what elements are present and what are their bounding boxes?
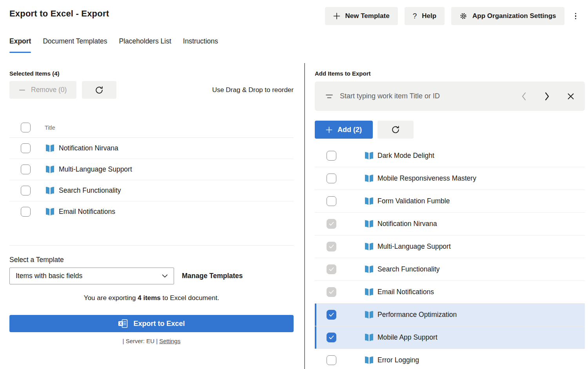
title-column-header: Title — [45, 125, 55, 131]
search-input[interactable] — [339, 92, 514, 101]
work-item-title: Performance Optimization — [377, 311, 457, 319]
list-item[interactable]: Performance Optimization — [315, 304, 585, 326]
plus-icon — [326, 127, 332, 133]
selected-items-panel: Selected Items (4) Remove (0) Use Drag &… — [9, 70, 294, 344]
export-to-excel-label: Export to Excel — [133, 320, 185, 328]
item-checkbox[interactable] — [327, 310, 336, 320]
add-items-panel: Add Items to Export Add (2) — [315, 70, 585, 369]
item-checkbox[interactable] — [327, 264, 336, 274]
more-options-button[interactable] — [573, 10, 579, 23]
check-icon — [329, 244, 334, 249]
item-checkbox[interactable] — [327, 196, 336, 206]
item-checkbox[interactable] — [327, 242, 336, 251]
new-template-button[interactable]: New Template — [325, 7, 398, 25]
list-item[interactable]: Mobile App Support — [315, 326, 585, 349]
tab[interactable]: Instructions — [183, 37, 218, 53]
list-item[interactable]: Search Functionality — [315, 258, 585, 281]
book-icon — [45, 186, 55, 195]
list-item[interactable]: Form Validation Fumble — [315, 190, 585, 213]
available-items-list: Dark Mode Delight Mobile Responsiveness … — [315, 145, 585, 369]
book-icon — [364, 356, 374, 364]
export-summary-count: 4 items — [138, 294, 161, 302]
row-checkbox[interactable] — [21, 207, 31, 217]
select-all-checkbox[interactable] — [21, 123, 31, 132]
server-line: | Server: EU | Settings — [9, 338, 294, 344]
selected-items-toolbar: Remove (0) Use Drag & Drop to reorder — [9, 81, 294, 99]
manage-templates-link[interactable]: Manage Templates — [182, 272, 243, 280]
list-item[interactable]: Mobile Responsiveness Mastery — [315, 167, 585, 190]
add-items-toolbar: Add (2) — [315, 121, 585, 139]
refresh-selected-button[interactable] — [82, 81, 116, 99]
refresh-list-button[interactable] — [377, 121, 414, 139]
tab[interactable]: Export — [9, 37, 31, 53]
list-item[interactable]: Error Logging — [315, 349, 585, 369]
add-button[interactable]: Add (2) — [315, 121, 373, 139]
chevron-left-icon — [521, 92, 527, 101]
export-summary: You are exporting 4 items to Excel docum… — [9, 294, 294, 302]
work-item-title: Search Functionality — [59, 186, 121, 195]
panel-divider — [304, 63, 305, 369]
item-checkbox[interactable] — [327, 219, 336, 229]
book-icon — [364, 265, 374, 273]
list-item[interactable]: Dark Mode Delight — [315, 145, 585, 167]
row-checkbox[interactable] — [21, 186, 31, 195]
row-checkbox[interactable] — [21, 165, 31, 174]
plus-icon — [333, 13, 340, 20]
tab-bar: Export Document Templates Placeholders L… — [9, 37, 218, 53]
book-icon — [364, 242, 374, 251]
row-checkbox[interactable] — [21, 143, 31, 153]
refresh-icon — [95, 86, 103, 94]
work-item-title: Mobile Responsiveness Mastery — [377, 174, 476, 183]
book-icon — [45, 165, 55, 174]
book-icon — [364, 288, 374, 296]
check-icon — [329, 313, 334, 317]
item-checkbox[interactable] — [327, 355, 336, 365]
next-result-button[interactable] — [544, 92, 550, 101]
server-label: | Server: EU | — [123, 338, 160, 344]
add-label: Add (2) — [338, 126, 362, 134]
tab[interactable]: Placeholders List — [119, 37, 171, 53]
tab-label: Instructions — [183, 37, 218, 45]
tab[interactable]: Document Templates — [43, 37, 107, 53]
list-item[interactable]: Notification Nirvana — [315, 213, 585, 235]
template-selected-value: Items with basic fields — [16, 272, 82, 280]
table-row[interactable]: Notification Nirvana — [9, 138, 294, 159]
close-icon — [567, 93, 574, 100]
search-nav — [521, 92, 574, 101]
remove-button[interactable]: Remove (0) — [9, 81, 76, 99]
work-item-title: Search Functionality — [377, 265, 440, 273]
list-item[interactable]: Email Notifications — [315, 281, 585, 304]
previous-result-button[interactable] — [521, 92, 527, 101]
work-item-title: Form Validation Fumble — [377, 197, 450, 205]
item-checkbox[interactable] — [327, 174, 336, 183]
template-select[interactable]: Items with basic fields — [9, 268, 174, 284]
table-row[interactable]: Multi-Language Support — [9, 159, 294, 180]
export-to-excel-button[interactable]: X Export to Excel — [9, 315, 294, 332]
clear-search-button[interactable] — [567, 93, 574, 100]
table-row[interactable]: Search Functionality — [9, 180, 294, 201]
work-item-title: Mobile App Support — [377, 333, 437, 342]
work-item-title: Email Notifications — [377, 288, 434, 296]
item-checkbox[interactable] — [327, 151, 336, 161]
minus-icon — [19, 89, 25, 91]
filter-icon — [325, 94, 333, 99]
header-actions: New Template ? Help App Organization Set… — [325, 7, 579, 25]
new-template-label: New Template — [345, 12, 390, 20]
check-icon — [329, 335, 334, 340]
item-checkbox[interactable] — [327, 333, 336, 342]
export-summary-prefix: You are exporting — [84, 294, 138, 302]
template-row: Items with basic fields Manage Templates — [9, 268, 294, 284]
list-item[interactable]: Multi-Language Support — [315, 235, 585, 258]
check-icon — [329, 290, 334, 294]
excel-icon: X — [118, 319, 128, 328]
settings-link[interactable]: Settings — [159, 338, 180, 344]
work-item-title: Multi-Language Support — [59, 165, 132, 174]
table-row[interactable]: Email Notifications — [9, 201, 294, 222]
selected-items-table-header: Title — [9, 118, 294, 138]
item-checkbox[interactable] — [327, 287, 336, 297]
chevron-right-icon — [544, 92, 550, 101]
add-items-heading: Add Items to Export — [315, 70, 585, 77]
app-organization-settings-button[interactable]: App Organization Settings — [451, 7, 564, 25]
refresh-icon — [391, 125, 400, 134]
help-button[interactable]: ? Help — [405, 7, 445, 25]
